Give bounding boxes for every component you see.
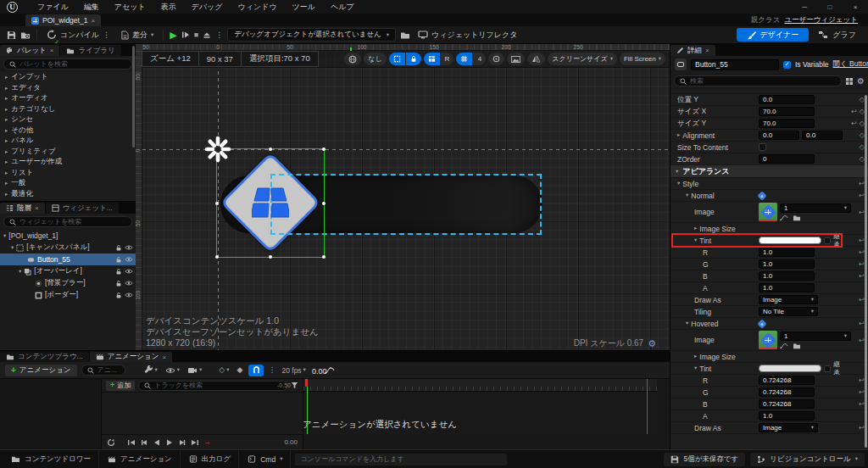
unsaved-button[interactable]: 5個が未保存です: [664, 453, 745, 466]
palette-category[interactable]: ▸シンセ: [0, 114, 136, 125]
fill-screen-dropdown[interactable]: Fill Screen▾: [620, 53, 665, 65]
compile-options-icon[interactable]: ⋮: [103, 31, 110, 39]
tree-item[interactable]: ▾[オーバーレイ]: [0, 265, 136, 277]
menu-tools[interactable]: ツール: [285, 0, 323, 14]
details-scrollbar[interactable]: [865, 95, 867, 448]
debug-browse-icon[interactable]: [400, 31, 410, 40]
timeline-ruler[interactable]: [303, 379, 657, 392]
eye-icon[interactable]: [125, 280, 133, 287]
output-log-button[interactable]: 出力ログ: [181, 450, 239, 468]
palette-category[interactable]: ▸オーディオ: [0, 93, 136, 104]
property-matrix-icon[interactable]: [845, 77, 854, 86]
filter-icon[interactable]: [291, 382, 298, 389]
minimize-button[interactable]: ─: [792, 1, 817, 14]
step-back-icon[interactable]: [140, 438, 148, 447]
property-value-input[interactable]: [759, 411, 815, 421]
inherit-checkbox[interactable]: [824, 365, 831, 372]
details-search[interactable]: [674, 75, 842, 86]
image-asset-dropdown[interactable]: 1▾: [780, 332, 851, 341]
widget-reflector-button[interactable]: ウィジェットリフレクタ: [415, 28, 520, 42]
use-selected-asset-icon[interactable]: [780, 214, 788, 221]
grid-snap-button[interactable]: [456, 53, 472, 65]
close-icon[interactable]: ×: [162, 354, 166, 361]
palette-category[interactable]: ▸最適化: [0, 189, 136, 200]
property-checkbox[interactable]: [759, 143, 766, 151]
browse-content-icon[interactable]: [20, 31, 31, 40]
reset-to-default-icon[interactable]: ↩: [859, 296, 865, 304]
play-reverse-icon[interactable]: [153, 438, 161, 447]
brush-image-thumbnail[interactable]: [759, 203, 777, 221]
close-icon[interactable]: ×: [50, 47, 54, 54]
use-selected-asset-icon[interactable]: [780, 343, 788, 349]
lock-icon[interactable]: [115, 256, 122, 264]
resize-handle[interactable]: [322, 148, 326, 151]
add-track-button[interactable]: + 追加: [106, 381, 135, 391]
designer-mode-button[interactable]: デザイナー: [737, 28, 810, 42]
property-value-input[interactable]: [759, 376, 815, 385]
palette-category[interactable]: ▸一般: [0, 178, 136, 189]
play-button[interactable]: ▶: [170, 31, 176, 40]
reset-to-default-icon[interactable]: ↩: [859, 192, 865, 199]
pivot-display-button[interactable]: [488, 53, 504, 65]
animation-list[interactable]: [0, 379, 102, 449]
skip-to-start-icon[interactable]: [127, 438, 136, 447]
step-forward-icon[interactable]: [178, 438, 186, 447]
gear-icon[interactable]: ⚙: [648, 338, 656, 349]
save-icon[interactable]: [7, 31, 16, 40]
tab-hierarchy[interactable]: 階層 ×: [0, 203, 45, 214]
eject-icon[interactable]: [203, 31, 211, 39]
cmd-dropdown[interactable]: Cmd ▾: [240, 450, 291, 468]
reset-to-default-icon[interactable]: ↩: [859, 248, 865, 256]
resize-handle[interactable]: [269, 255, 272, 259]
close-button[interactable]: ×: [843, 1, 868, 14]
menu-asset[interactable]: アセット: [107, 0, 153, 14]
snap-toggle-button[interactable]: [248, 365, 264, 376]
flags-none-button[interactable]: なし: [364, 53, 386, 65]
menu-window[interactable]: ウィンドウ: [231, 0, 285, 14]
palette-category[interactable]: ▸エディタ: [0, 83, 136, 94]
property-value-input[interactable]: [759, 131, 799, 140]
tree-item[interactable]: [背景ブラー]: [0, 277, 136, 289]
reset-to-default-icon[interactable]: ↩: [859, 209, 865, 216]
sequencer-settings-button[interactable]: ▾: [142, 365, 159, 375]
palette-scrollbar[interactable]: [132, 46, 135, 148]
reset-to-default-icon[interactable]: ↩: [859, 180, 865, 187]
reset-to-default-icon[interactable]: ↩: [859, 376, 865, 384]
palette-category[interactable]: ▸プリミティブ: [0, 147, 136, 158]
snap-options-icon[interactable]: ⋮: [268, 366, 275, 374]
eye-icon[interactable]: [125, 244, 133, 251]
tab-widget-list[interactable]: ウィジェット...: [46, 203, 119, 214]
loop-icon[interactable]: [107, 438, 115, 447]
reset-to-default-icon[interactable]: ↩: [859, 388, 865, 396]
menu-file[interactable]: ファイル: [30, 0, 76, 14]
menu-debug[interactable]: デバッグ: [184, 0, 231, 14]
auto-key-button[interactable]: ◆: [236, 366, 245, 374]
property-value-input[interactable]: [759, 107, 815, 116]
console-command-input[interactable]: [300, 455, 502, 463]
property-value-input[interactable]: [759, 154, 815, 164]
flip-preview-button[interactable]: [527, 53, 545, 65]
reset-to-default-icon[interactable]: ↩: [859, 400, 865, 408]
property-value-input[interactable]: [759, 248, 815, 257]
stop-button[interactable]: ■: [194, 31, 198, 39]
content-drawer-button[interactable]: コンテンツドロワー: [3, 450, 99, 468]
tab-content-browser[interactable]: コンテンツブラウ...: [0, 352, 89, 362]
eye-icon[interactable]: [125, 268, 133, 275]
playhead-marker[interactable]: [305, 379, 308, 387]
property-dropdown[interactable]: No Tile▾: [759, 307, 818, 316]
property-value-input[interactable]: [759, 283, 815, 292]
selection-box[interactable]: [216, 148, 325, 258]
tab-palette[interactable]: パレット ×: [0, 45, 59, 56]
brush-image-thumbnail[interactable]: [759, 331, 777, 349]
menu-help[interactable]: ヘルプ: [323, 0, 362, 14]
resize-handle[interactable]: [322, 202, 326, 205]
pivot-anchor-icon[interactable]: [203, 135, 232, 164]
marquee-select-button[interactable]: [389, 53, 405, 65]
animation-search[interactable]: [81, 365, 125, 376]
respect-locks-button[interactable]: R: [441, 53, 454, 65]
reset-to-default-icon[interactable]: ↩: [859, 337, 865, 344]
frame-skip-icon[interactable]: [181, 31, 190, 39]
unreal-logo-icon[interactable]: U: [7, 2, 18, 13]
add-animation-button[interactable]: + アニメーション: [5, 365, 77, 376]
console-input-box[interactable]: [295, 454, 507, 465]
